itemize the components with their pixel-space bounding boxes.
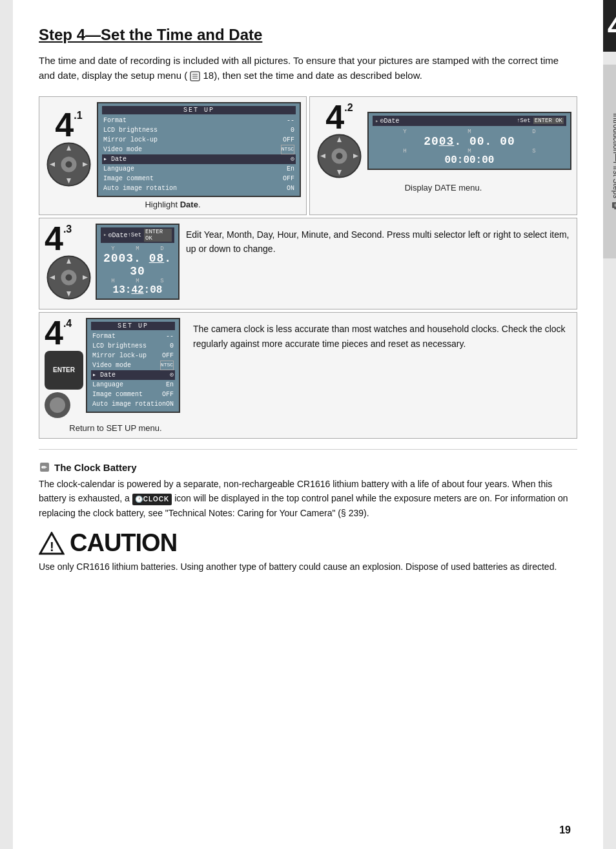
step-41-caption: Highlight Date. <box>45 200 301 209</box>
caution-text: Use only CR1616 lithium batteries. Using… <box>39 560 577 574</box>
step-44-caption: Return to SET UP menu. <box>45 423 187 433</box>
lcd-42-ymd-labels: YMD <box>373 129 566 135</box>
lcd-42-date: 2003. 00. 00 <box>373 135 566 148</box>
divider <box>39 449 577 450</box>
lcd-43-ymd: YMD <box>101 246 174 252</box>
chapter-tab: 4 <box>603 0 616 52</box>
step-44-text: The camera clock is less accurate than m… <box>193 318 571 433</box>
lcd-43-subtitle: ⊙Date <box>108 231 127 239</box>
step-43-box: 4 .3 ▸ <box>39 218 577 310</box>
lcd-42-subtitle: ⊙Date <box>380 117 399 125</box>
svg-point-10 <box>66 161 72 167</box>
step-43-number: 4 <box>45 224 63 254</box>
clock-battery-section: ✏ The Clock Battery The clock-calendar i… <box>39 461 577 520</box>
lens-icon <box>45 392 70 418</box>
step-44-number: 4 <box>45 318 63 348</box>
camera-dial-43 <box>45 253 93 302</box>
lcd-43-ok: ENTER OK <box>144 229 172 242</box>
clock-battery-title: ✏ The Clock Battery <box>39 461 577 473</box>
intro-text: The time and date of recording is includ… <box>39 53 577 83</box>
lcd-43-header: ▸ ⊙Date ↑Set ENTER OK <box>101 227 174 243</box>
lcd-42-time: 00:00:00 <box>373 154 566 166</box>
lcd-screen-44: SET UP Format-- LCD brightness0 Mirror l… <box>86 318 180 413</box>
step-41-number: 4 <box>55 110 74 140</box>
step-44-sup: .4 <box>63 318 72 330</box>
step-41-sup: .1 <box>74 110 82 121</box>
svg-point-24 <box>66 275 72 281</box>
svg-text:!: ! <box>50 540 54 554</box>
page-number: 19 <box>559 824 571 836</box>
camera-icon <box>611 201 616 210</box>
step-42-number: 4 <box>325 102 344 132</box>
caution-title: CAUTION <box>70 529 177 557</box>
clock-battery-text: The clock-calendar is powered by a separ… <box>39 477 577 520</box>
step-44-left: 4 .4 ENTER SET UP Format-- <box>45 318 187 433</box>
svg-point-17 <box>336 153 343 160</box>
sidebar-label: Introduction—First Steps <box>603 65 616 258</box>
lcd-44-menu: Format-- LCD brightness0 Mirror lock-upO… <box>91 331 175 409</box>
caution-triangle-icon: ! <box>39 532 65 555</box>
lcd-42-ok: ENTER OK <box>533 118 564 124</box>
menu-icon <box>190 71 200 81</box>
pencil-icon: ✏ <box>39 461 50 473</box>
lcd-43-time: 13:42:08 <box>101 284 174 296</box>
step-42-caption: Display DATE menu. <box>315 183 571 193</box>
step-42-box: 4 .2 ▸ <box>309 96 577 215</box>
lcd-44-title: SET UP <box>91 322 175 330</box>
lcd-screen-42: ▸ ⊙Date ↑Set ENTER OK YMD 2003. 00. 00 H… <box>367 112 571 170</box>
caution-header: ! CAUTION <box>39 529 577 557</box>
camera-dial-41 <box>45 140 93 189</box>
lcd-42-header: ▸ ⊙Date ↑Set ENTER OK <box>373 116 566 126</box>
page-title: Step 4—Set the Time and Date <box>39 26 577 44</box>
lcd-43-set: ↑Set <box>127 232 141 238</box>
enter-button: ENTER <box>45 351 83 390</box>
caution-section: ! CAUTION Use only CR1616 lithium batter… <box>39 529 577 574</box>
sidebar-label-text: Introduction—First Steps <box>611 113 616 210</box>
clock-badge: 🕐CLOCK <box>132 494 172 505</box>
step-43-text: Edit Year, Month, Day, Hour, Minute, and… <box>186 224 571 304</box>
step-41-box: 4 .1 SET UP <box>39 96 307 215</box>
lcd-41-title: SET UP <box>102 106 296 114</box>
lcd-43-date: 2003. 08. 30 <box>101 252 174 278</box>
step-43-left: 4 .3 ▸ <box>45 224 180 304</box>
step-43-description: Edit Year, Month, Day, Hour, Minute, and… <box>186 229 569 254</box>
step-42-sup: .2 <box>344 102 353 114</box>
chapter-number: 4 <box>608 8 616 44</box>
step-44-box: 4 .4 ENTER SET UP Format-- <box>39 312 577 439</box>
lcd-42-hms-labels: HMS <box>373 148 566 154</box>
enter-label: ENTER <box>53 366 75 374</box>
camera-dial-42 <box>315 132 364 180</box>
lcd-screen-43: ▸ ⊙Date ↑Set ENTER OK YMD 2003. 08. 30 H… <box>96 224 180 300</box>
step-43-sup: .3 <box>63 224 72 235</box>
svg-text:✏: ✏ <box>41 464 47 471</box>
lcd-screen-41: SET UP Format-- LCD brightness0 Mirror l… <box>97 102 301 197</box>
lcd-42-enter: ↑Set <box>517 118 531 124</box>
lcd-43-hms: HMS <box>101 278 174 284</box>
lcd-41-menu: Format-- LCD brightness0 Mirror lock-upO… <box>102 116 296 193</box>
